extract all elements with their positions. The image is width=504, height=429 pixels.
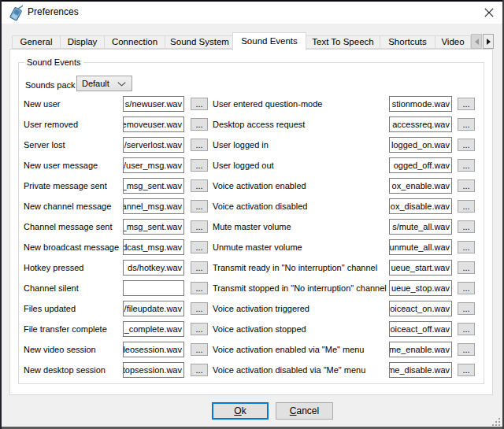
tab-label: Connection: [112, 37, 158, 46]
tab-text-to-speech[interactable]: Text To Speech: [306, 35, 380, 49]
tab-label: Video: [441, 37, 464, 46]
window-title: Preferences: [28, 2, 79, 24]
sound-event-label: Transmit ready in "No interruption" chan…: [213, 260, 377, 276]
sound-event-label: User logged in: [213, 137, 269, 153]
sound-file-field[interactable]: oiceact_on.wav: [389, 301, 452, 316]
sound-file-field[interactable]: me_disable.wav: [389, 362, 452, 378]
scroll-right-icon: [487, 39, 491, 45]
sound-event-label: Voice activation disabled: [213, 198, 307, 214]
scroll-left-icon: [475, 39, 479, 45]
tab-scroll-right-button[interactable]: [483, 34, 494, 49]
sound-event-row: Transmit stopped in "No interruption" ch…: [0, 280, 504, 296]
sound-file-field[interactable]: ueue_start.wav: [389, 260, 452, 276]
tab-video[interactable]: Video: [435, 35, 471, 49]
sound-file-field[interactable]: logged_on.wav: [389, 137, 452, 153]
browse-button[interactable]: ...: [458, 343, 475, 356]
sound-event-row: Transmit ready in "No interruption" chan…: [0, 260, 504, 276]
browse-button[interactable]: ...: [458, 282, 475, 294]
sound-event-label: Voice activation disabled via "Me" menu: [213, 362, 365, 378]
browse-button[interactable]: ...: [458, 261, 475, 274]
sound-file-field[interactable]: stionmode.wav: [389, 96, 452, 112]
browse-button[interactable]: ...: [458, 302, 475, 315]
sounds-pack-value: Default: [82, 79, 109, 88]
browse-button[interactable]: ...: [458, 139, 475, 151]
sound-file-value: me_disable.wav: [389, 365, 450, 375]
tab-sound-system[interactable]: Sound System: [165, 35, 235, 49]
sound-file-field[interactable]: unmute_all.wav: [389, 239, 452, 255]
sound-event-row: Desktop access request accessreq.wav ...: [0, 116, 504, 132]
sound-file-value: me_enable.wav: [389, 345, 450, 354]
sound-event-row: Voice activation stopped oiceact_off.wav…: [0, 321, 504, 337]
tab-display[interactable]: Display: [60, 35, 105, 49]
sound-file-value: unmute_all.wav: [390, 242, 450, 252]
tab-general[interactable]: General: [12, 35, 61, 49]
sound-file-field[interactable]: s/mute_all.wav: [389, 219, 452, 235]
sound-event-label: Voice activation enabled: [213, 178, 306, 194]
tab-shortcuts[interactable]: Shortcuts: [380, 35, 435, 49]
app-icon: [9, 4, 23, 21]
sounds-pack-label: Sounds pack: [25, 77, 76, 93]
browse-button[interactable]: ...: [458, 364, 475, 376]
sound-file-field[interactable]: ueue_stop.wav: [389, 280, 452, 296]
sound-file-field[interactable]: ogged_off.wav: [389, 157, 452, 173]
sound-event-row: Unmute master volume unmute_all.wav ...: [0, 239, 504, 255]
tab-label: Text To Speech: [312, 37, 373, 46]
ok-button[interactable]: Ok: [212, 402, 269, 420]
groupbox-title: Sound Events: [24, 57, 83, 68]
title-bar: Preferences: [2, 2, 502, 24]
sound-file-value: ueue_start.wav: [391, 263, 450, 272]
sound-event-label: User logged out: [213, 157, 274, 173]
sound-event-label: Voice activation enabled via "Me" menu: [213, 342, 364, 357]
tab-label: General: [20, 37, 53, 46]
browse-button[interactable]: ...: [458, 323, 475, 335]
sound-file-value: ox_enable.wav: [392, 181, 450, 190]
sound-file-value: ox_disable.wav: [391, 202, 450, 211]
sound-file-value: stionmode.wav: [392, 99, 450, 109]
sound-file-field[interactable]: oiceact_off.wav: [389, 321, 452, 337]
sound-file-field[interactable]: ox_enable.wav: [389, 178, 452, 194]
sound-event-row: Mute master volume s/mute_all.wav ...: [0, 219, 504, 235]
sound-event-label: Transmit stopped in "No interruption" ch…: [213, 280, 387, 296]
tab-scroll-left-button[interactable]: [471, 34, 482, 49]
sounds-pack-select[interactable]: Default: [76, 76, 132, 91]
cancel-button[interactable]: Cancel: [276, 402, 333, 420]
tab-connection[interactable]: Connection: [104, 35, 165, 49]
sound-event-row: Voice activation disabled via "Me" menu …: [0, 362, 504, 378]
sound-file-field[interactable]: me_enable.wav: [389, 342, 452, 357]
sound-file-field[interactable]: ox_disable.wav: [389, 198, 452, 214]
sound-event-label: Mute master volume: [213, 219, 291, 235]
resize-grip[interactable]: [498, 418, 500, 420]
sound-event-label: Voice activation stopped: [213, 321, 306, 337]
close-button[interactable]: [476, 2, 502, 24]
chevron-down-icon: [117, 82, 126, 87]
sound-event-row: User entered question-mode stionmode.wav…: [0, 96, 504, 112]
tab-label: Sound Events: [241, 36, 298, 46]
tab-label: Sound System: [170, 37, 229, 46]
sound-file-value: ogged_off.wav: [394, 161, 450, 170]
sound-event-label: Voice activation triggered: [213, 301, 309, 316]
sound-file-value: ueue_stop.wav: [391, 283, 450, 293]
sound-file-value: oiceact_off.wav: [390, 324, 450, 334]
sound-event-row: Voice activation enabled via "Me" menu m…: [0, 342, 504, 357]
sound-event-row: Voice activation triggered oiceact_on.wa…: [0, 301, 504, 316]
browse-button[interactable]: ...: [458, 98, 475, 110]
sound-event-row: User logged out ogged_off.wav ...: [0, 157, 504, 173]
preferences-dialog: Preferences GeneralDisplayConnectionSoun…: [0, 0, 504, 429]
browse-button[interactable]: ...: [458, 179, 475, 192]
tab-label: Shortcuts: [388, 37, 427, 46]
sound-file-value: oiceact_on.wav: [390, 304, 450, 313]
browse-button[interactable]: ...: [458, 241, 475, 253]
browse-button[interactable]: ...: [458, 118, 475, 131]
browse-button[interactable]: ...: [458, 220, 475, 233]
browse-button[interactable]: ...: [458, 200, 475, 213]
tab-sound-events[interactable]: Sound Events: [232, 32, 306, 50]
tab-label: Display: [68, 37, 98, 46]
browse-button[interactable]: ...: [458, 159, 475, 172]
sound-event-label: Unmute master volume: [213, 239, 302, 255]
sound-file-field[interactable]: accessreq.wav: [389, 116, 452, 132]
sound-event-label: User entered question-mode: [213, 96, 322, 112]
sound-event-row: Voice activation enabled ox_enable.wav .…: [0, 178, 504, 194]
close-icon: [484, 8, 494, 17]
sound-file-value: s/mute_all.wav: [392, 222, 450, 231]
sound-event-row: User logged in logged_on.wav ...: [0, 137, 504, 153]
